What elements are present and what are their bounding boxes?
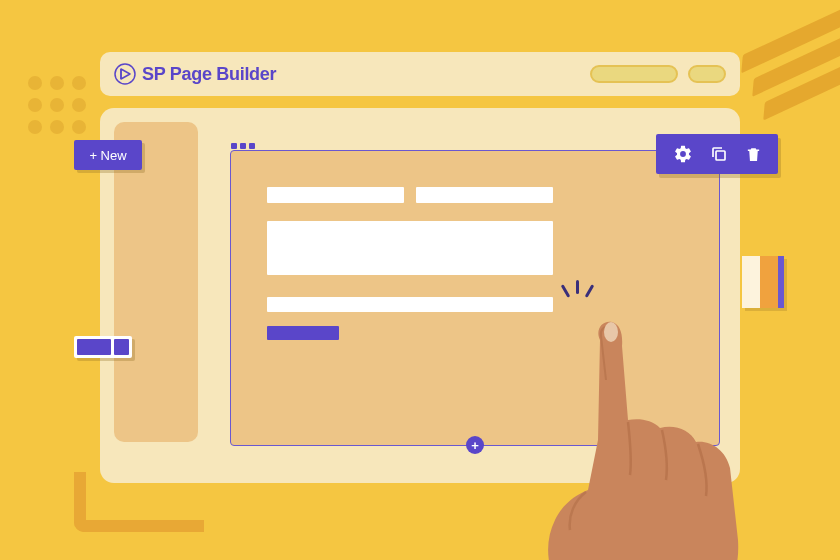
spacing-segment [114,339,129,355]
form-field[interactable] [267,187,404,203]
form-submit-button[interactable] [267,326,339,340]
new-button-label: + New [89,148,126,163]
svg-point-0 [115,64,135,84]
spacing-control[interactable] [74,336,132,358]
address-pill[interactable] [590,65,678,83]
svg-rect-1 [716,151,725,160]
decorative-dots [28,76,86,134]
title-bar: SP Page Builder [100,52,740,96]
svg-point-2 [604,322,618,342]
canvas-handles [231,143,255,149]
logo-icon [114,63,136,85]
app-title: SP Page Builder [142,64,276,85]
gear-icon[interactable] [673,144,693,164]
app-logo: SP Page Builder [114,63,276,85]
pointing-hand-illustration [480,290,760,560]
form-textarea[interactable] [267,221,553,275]
copy-icon[interactable] [710,145,728,163]
decorative-stripes [739,10,840,127]
action-pill[interactable] [688,65,726,83]
form-field[interactable] [416,187,553,203]
sidebar-panel[interactable] [114,122,198,442]
address-controls [590,65,726,83]
trash-icon[interactable] [745,145,762,164]
decorative-corner [74,472,204,532]
new-button[interactable]: + New [74,140,142,170]
spacing-segment [77,339,111,355]
element-toolbar [656,134,778,174]
